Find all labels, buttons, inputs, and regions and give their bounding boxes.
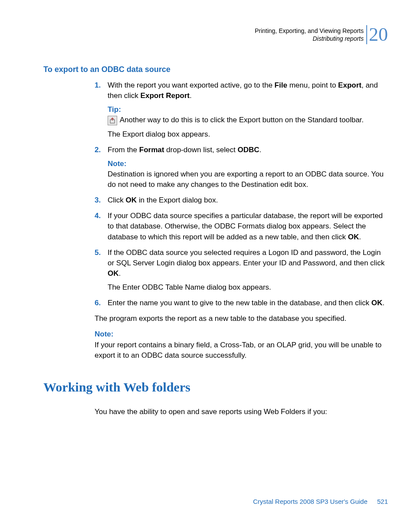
text-bold: OK <box>108 269 119 277</box>
footer-page-number: 521 <box>377 498 388 505</box>
chapter-number: 20 <box>366 25 388 44</box>
steps-list: 1. With the report you want exported act… <box>95 80 388 308</box>
text-fragment: . <box>382 299 384 307</box>
header-section-title: Distributing reports <box>313 35 364 42</box>
step-text: If the ODBC data source you selected req… <box>108 248 388 279</box>
step-body: If the ODBC data source you selected req… <box>108 248 388 293</box>
text-fragment: Click <box>108 196 126 204</box>
step-body: From the Format drop-down list, select O… <box>108 145 388 190</box>
step-number: 3. <box>95 195 108 206</box>
step-5: 5. If the ODBC data source you selected … <box>95 248 388 293</box>
text-fragment: With the report you want exported active… <box>108 81 275 89</box>
note-label: Note: <box>108 159 388 169</box>
step-number: 2. <box>95 145 108 190</box>
section-heading: To export to an ODBC data source <box>43 65 388 74</box>
text-fragment: . <box>119 269 121 277</box>
step-number: 6. <box>95 298 108 308</box>
text-fragment: If your ODBC data source specifies a par… <box>108 212 383 241</box>
note-text: If your report contains a binary field, … <box>95 340 388 361</box>
step-6: 6. Enter the name you want to give to th… <box>95 298 388 308</box>
text-fragment: . <box>190 91 192 100</box>
closing-paragraph: The program exports the report as a new … <box>95 313 388 324</box>
footer-title: Crystal Reports 2008 SP3 User's Guide <box>253 498 368 505</box>
text-fragment: Enter the name you want to give to the n… <box>108 299 371 307</box>
step-4: 4. If your ODBC data source specifies a … <box>95 211 388 242</box>
step-2: 2. From the Format drop-down list, selec… <box>95 145 388 190</box>
page-header: Printing, Exporting, and Viewing Reports… <box>255 25 388 44</box>
note-block: Note: Destination is ignored when you ar… <box>108 159 388 190</box>
text-fragment: . <box>359 233 361 241</box>
note-label: Note: <box>95 329 388 339</box>
step-number: 1. <box>95 80 108 140</box>
step-text: From the Format drop-down list, select O… <box>108 145 388 155</box>
step-body: With the report you want exported active… <box>108 80 388 140</box>
step-1: 1. With the report you want exported act… <box>95 80 388 140</box>
text-bold: File <box>275 81 287 89</box>
step-3: 3. Click OK in the Export dialog box. <box>95 195 388 206</box>
text-bold: Format <box>139 146 164 154</box>
note-text: Destination is ignored when you are expo… <box>108 169 388 190</box>
header-chapter-title: Printing, Exporting, and Viewing Reports <box>255 27 364 35</box>
tip-text: Another way to do this is to click the E… <box>118 116 364 124</box>
tip-body: Another way to do this is to click the E… <box>108 115 388 125</box>
text-bold: Export <box>338 81 361 89</box>
final-note-block: Note: If your report contains a binary f… <box>95 329 388 360</box>
step-number: 4. <box>95 211 108 242</box>
text-fragment: From the <box>108 146 139 154</box>
text-fragment: drop-down list, select <box>164 146 237 154</box>
text-fragment: menu, point to <box>287 81 338 89</box>
text-bold: OK <box>348 233 359 241</box>
text-bold: Export Report <box>141 91 190 100</box>
step-body: If your ODBC data source specifies a par… <box>108 211 388 242</box>
header-text-block: Printing, Exporting, and Viewing Reports… <box>255 27 364 42</box>
text-fragment: in the Export dialog box. <box>137 196 218 204</box>
step-body: Click OK in the Export dialog box. <box>108 195 388 206</box>
step-after-text: The Export dialog box appears. <box>108 129 388 140</box>
page-footer: Crystal Reports 2008 SP3 User's Guide 52… <box>253 498 388 505</box>
export-icon <box>108 116 117 125</box>
tip-block: Tip: Another way to do this is to click … <box>108 104 388 125</box>
step-number: 5. <box>95 248 108 293</box>
step-text: With the report you want exported active… <box>108 80 388 101</box>
section-heading-h2: Working with Web folders <box>43 380 388 395</box>
text-bold: ODBC <box>238 146 260 154</box>
main-content: To export to an ODBC data source 1. With… <box>43 65 388 417</box>
step-after-text: The Enter ODBC Table Name dialog box app… <box>108 282 388 293</box>
text-bold: OK <box>371 299 383 307</box>
step-body: Enter the name you want to give to the n… <box>108 298 388 308</box>
body-paragraph: You have the ability to open and save re… <box>95 407 388 417</box>
text-fragment: If the ODBC data source you selected req… <box>108 248 384 267</box>
text-bold: OK <box>126 196 137 204</box>
text-fragment: . <box>260 146 262 154</box>
tip-label: Tip: <box>108 104 388 115</box>
